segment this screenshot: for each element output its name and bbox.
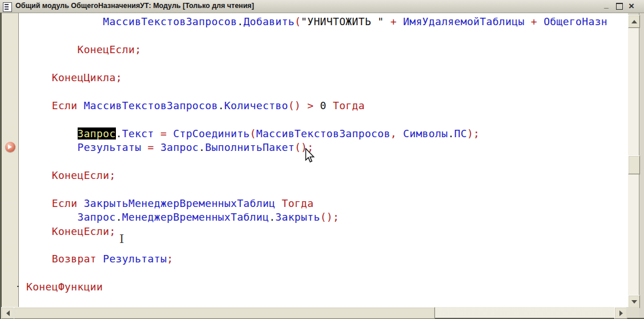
code-line[interactable]: МассивТекстовЗапросов.Добавить("УНИЧТОЖИ… bbox=[26, 15, 628, 29]
horizontal-scroll-thumb[interactable] bbox=[14, 307, 435, 319]
code-token bbox=[154, 127, 160, 139]
code-line[interactable]: КонецЦикла; bbox=[26, 71, 628, 85]
code-token bbox=[537, 15, 544, 27]
code-line[interactable]: Запрос.МенеджерВременныхТаблиц.Закрыть()… bbox=[26, 210, 628, 224]
code-token: . bbox=[218, 99, 224, 111]
code-line[interactable] bbox=[26, 266, 628, 280]
code-token: = bbox=[160, 127, 167, 139]
window-title: Общий модуль ОбщегоНазначенияУТ: Модуль … bbox=[15, 2, 254, 10]
code-line[interactable] bbox=[26, 113, 628, 126]
code-token bbox=[141, 141, 147, 153]
code-token: Тогда bbox=[333, 99, 365, 111]
code-token: . bbox=[269, 211, 275, 223]
code-token bbox=[26, 197, 52, 209]
code-token: КонецЕсли bbox=[52, 225, 110, 237]
code-token: Тогда bbox=[281, 197, 313, 209]
code-token: + bbox=[391, 15, 397, 27]
scroll-right-button[interactable] bbox=[614, 307, 627, 319]
vertical-scroll-thumb[interactable] bbox=[628, 155, 640, 174]
module-editor-window: Общий модуль ОбщегоНазначенияУТ: Модуль … bbox=[0, 0, 644, 319]
code-line[interactable]: КонецЕсли; bbox=[26, 43, 628, 57]
scrollbar-corner bbox=[626, 307, 639, 318]
code-token: . bbox=[237, 15, 243, 27]
code-token: Закрыть bbox=[275, 211, 320, 223]
code-token: . bbox=[116, 211, 122, 223]
code-line[interactable]: Результаты = Запрос.ВыполнитьПакет(); bbox=[26, 141, 628, 154]
code-token: ); bbox=[467, 127, 480, 139]
selected-word-highlight: Запрос bbox=[78, 127, 116, 139]
code-token bbox=[301, 99, 307, 111]
code-token bbox=[154, 141, 160, 153]
code-token: Результаты bbox=[78, 141, 142, 153]
maximize-button[interactable] bbox=[614, 1, 625, 11]
marker-arrow-icon bbox=[8, 145, 12, 149]
current-position-marker-icon bbox=[5, 142, 15, 152]
code-line[interactable]: КонецФункции bbox=[26, 280, 628, 294]
code-line[interactable]: Если ЗакрытьМенеджерВременныхТаблиц Тогд… bbox=[26, 197, 628, 210]
code-token: МассивТекстовЗапросов bbox=[84, 99, 218, 111]
code-editor[interactable]: МассивТекстовЗапросов.Добавить("УНИЧТОЖИ… bbox=[19, 13, 628, 307]
left-arrow-icon bbox=[6, 310, 10, 316]
code-token bbox=[96, 253, 103, 265]
code-token: . bbox=[199, 141, 205, 153]
code-token: "УНИЧТОЖИТЬ " bbox=[301, 15, 384, 27]
vertical-scrollbar[interactable] bbox=[628, 15, 639, 307]
code-token: 0 bbox=[313, 99, 333, 111]
code-line[interactable] bbox=[26, 85, 628, 98]
maximize-icon bbox=[616, 3, 623, 10]
code-token bbox=[26, 99, 52, 111]
code-token: ЗакрытьМенеджерВременныхТаблиц bbox=[84, 197, 276, 209]
code-token bbox=[397, 15, 403, 27]
code-token: МассивТекстовЗапросов bbox=[103, 15, 237, 27]
code-token: Результаты bbox=[103, 253, 167, 265]
code-token: Добавить bbox=[243, 15, 295, 27]
code-token: Запрос bbox=[78, 211, 116, 223]
code-token: КонецЦикла bbox=[52, 71, 116, 83]
code-token: ; bbox=[109, 225, 115, 237]
code-line[interactable]: КонецЕсли; bbox=[26, 225, 628, 238]
code-token bbox=[26, 253, 52, 265]
code-token bbox=[26, 211, 78, 223]
code-token bbox=[26, 15, 103, 27]
module-document-icon[interactable] bbox=[3, 2, 12, 12]
code-line[interactable] bbox=[26, 238, 628, 252]
code-token bbox=[384, 15, 391, 27]
code-line[interactable]: Запрос.Текст = СтрСоединить(МассивТексто… bbox=[26, 127, 628, 141]
code-line[interactable]: Если МассивТекстовЗапросов.Количество() … bbox=[26, 99, 628, 113]
code-line[interactable] bbox=[26, 154, 628, 168]
code-token: Текст bbox=[122, 127, 154, 139]
code-lines: МассивТекстовЗапросов.Добавить("УНИЧТОЖИ… bbox=[19, 13, 628, 294]
code-line[interactable] bbox=[26, 29, 628, 42]
code-line[interactable] bbox=[26, 182, 628, 196]
code-token: Запрос bbox=[160, 141, 199, 153]
code-token: ИмяУдаляемойТаблицы bbox=[403, 15, 525, 27]
scroll-left-button[interactable] bbox=[1, 307, 14, 319]
code-token: , bbox=[391, 127, 397, 139]
code-token: ; bbox=[135, 43, 141, 55]
code-token: Если bbox=[52, 99, 78, 111]
code-token bbox=[78, 197, 84, 209]
code-line[interactable]: КонецЕсли; bbox=[26, 169, 628, 182]
scroll-down-button[interactable] bbox=[628, 295, 640, 308]
title-bar[interactable]: Общий модуль ОбщегоНазначенияУТ: Модуль … bbox=[0, 0, 644, 13]
scroll-up-button[interactable] bbox=[628, 15, 640, 28]
code-token: КонецФункции bbox=[26, 281, 103, 293]
close-button[interactable]: × bbox=[626, 1, 637, 11]
code-token: . bbox=[116, 127, 122, 139]
code-token: ВыполнитьПакет bbox=[205, 141, 295, 153]
horizontal-scrollbar[interactable] bbox=[1, 307, 626, 318]
code-token: . bbox=[448, 127, 454, 139]
code-token bbox=[275, 197, 281, 209]
code-token: ПС bbox=[454, 127, 467, 139]
code-token bbox=[26, 71, 52, 83]
up-arrow-icon bbox=[631, 20, 637, 23]
code-token: + bbox=[531, 15, 537, 27]
code-token bbox=[26, 127, 78, 139]
code-token: Если bbox=[52, 197, 78, 209]
code-token: Символы bbox=[403, 127, 448, 139]
code-token: ; bbox=[116, 71, 122, 83]
code-token: КонецЕсли bbox=[78, 43, 135, 55]
minimize-button[interactable]: _ bbox=[601, 1, 611, 11]
code-line[interactable] bbox=[26, 57, 628, 70]
code-line[interactable]: Возврат Результаты; bbox=[26, 252, 628, 266]
